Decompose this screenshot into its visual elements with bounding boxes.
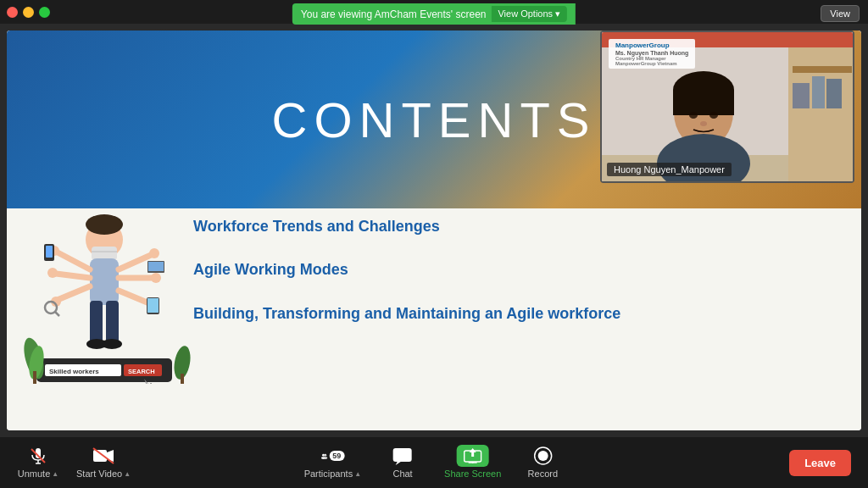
svg-rect-50 <box>673 90 734 115</box>
participants-label: Participants <box>304 469 353 479</box>
plant-left <box>24 333 45 384</box>
unmute-button[interactable]: Unmute ▲ <box>17 446 59 479</box>
mic-icon <box>26 446 50 465</box>
svg-marker-69 <box>470 448 476 457</box>
svg-point-63 <box>324 454 326 457</box>
share-banner-text: You are viewing AmCham Events' screen <box>301 8 487 20</box>
participants-count: 59 <box>329 451 344 461</box>
share-screen-label: Share Screen <box>444 469 501 479</box>
svg-rect-37 <box>33 371 36 384</box>
share-screen-svg <box>464 448 482 463</box>
maximize-btn[interactable] <box>39 7 50 18</box>
svg-rect-45 <box>812 76 825 108</box>
svg-line-15 <box>58 252 90 269</box>
plant-right <box>172 341 193 384</box>
close-btn[interactable] <box>7 7 18 18</box>
svg-rect-30 <box>148 262 164 271</box>
share-screen-icon <box>461 446 485 465</box>
slide-content: Workforce Trends and Challenges Agile Wo… <box>193 217 836 347</box>
bullet-1: Workforce Trends and Challenges <box>193 217 836 236</box>
svg-line-19 <box>56 274 90 278</box>
presenter-name: Ms. Nguyen Thanh Huong <box>615 50 688 56</box>
svg-point-52 <box>689 112 698 119</box>
svg-point-9 <box>86 214 123 235</box>
presenter-company: ManpowerGroup Vietnam <box>615 61 688 66</box>
webcam-overlay: ManpowerGroup Ms. Nguyen Thanh Huong Cou… <box>600 30 854 183</box>
record-icon <box>531 446 554 465</box>
view-options-button[interactable]: View Options ▾ <box>491 6 567 22</box>
toolbar: Unmute ▲ Start Video ▲ <box>0 437 868 488</box>
svg-rect-66 <box>393 448 412 462</box>
share-screen-button[interactable]: Share Screen <box>444 446 501 479</box>
agile-worker-svg: Skilled workers SEARCH <box>32 189 176 384</box>
svg-point-28 <box>151 273 161 283</box>
svg-rect-43 <box>793 66 852 73</box>
webcam-background: ManpowerGroup Ms. Nguyen Thanh Huong Cou… <box>602 32 853 181</box>
svg-point-23 <box>45 302 57 313</box>
chat-svg <box>392 446 413 465</box>
svg-rect-44 <box>793 83 810 108</box>
svg-point-54 <box>700 121 707 126</box>
svg-rect-12 <box>106 301 119 343</box>
share-banner: You are viewing AmCham Events' screen Vi… <box>292 3 576 25</box>
bullet-3: Building, Transforming and Maintaining a… <box>193 304 836 324</box>
unmute-expand[interactable]: ▲ <box>52 470 58 478</box>
participants-svg <box>320 446 327 465</box>
svg-line-25 <box>119 255 151 269</box>
video-camera-svg <box>92 447 114 464</box>
leave-button[interactable]: Leave <box>789 450 851 476</box>
unmute-label: Unmute <box>18 469 51 479</box>
microphone-svg <box>28 446 48 466</box>
view-button[interactable]: View <box>821 5 860 22</box>
minimize-btn[interactable] <box>23 7 34 18</box>
svg-text:SEARCH: SEARCH <box>128 368 155 375</box>
svg-rect-11 <box>90 301 103 343</box>
svg-point-14 <box>102 339 122 349</box>
video-expand[interactable]: ▲ <box>124 470 131 478</box>
svg-point-53 <box>709 112 718 119</box>
share-screen-icon-bg <box>457 445 489 467</box>
video-icon <box>92 446 115 465</box>
svg-rect-10 <box>90 258 119 305</box>
svg-rect-18 <box>46 246 53 258</box>
participants-expand[interactable]: ▲ <box>354 470 361 478</box>
record-button[interactable]: Record <box>521 446 564 479</box>
svg-point-20 <box>47 268 58 278</box>
manpowergroup-logo: ManpowerGroup Ms. Nguyen Thanh Huong Cou… <box>609 39 695 69</box>
illustration: Skilled workers SEARCH <box>24 193 193 430</box>
svg-rect-7 <box>92 247 117 260</box>
bullet-2: Agile Working Modes <box>193 260 836 280</box>
toolbar-right: Leave <box>789 450 851 476</box>
svg-line-21 <box>59 286 90 299</box>
record-svg <box>532 446 553 466</box>
svg-marker-67 <box>396 462 401 465</box>
svg-point-26 <box>149 248 159 258</box>
start-video-button[interactable]: Start Video ▲ <box>76 446 131 479</box>
start-video-label: Start Video <box>76 469 122 479</box>
svg-line-24 <box>55 312 59 316</box>
svg-rect-34 <box>147 298 159 313</box>
svg-point-65 <box>323 457 327 459</box>
svg-point-73 <box>537 451 548 461</box>
svg-rect-46 <box>826 79 842 108</box>
chat-icon <box>391 446 415 465</box>
svg-line-31 <box>119 291 149 303</box>
record-label: Record <box>528 469 558 479</box>
toolbar-center: 59 Participants ▲ Chat <box>304 446 565 479</box>
webcam-name-card: Huong Nguyen_Manpower <box>607 163 732 176</box>
participants-button[interactable]: 59 Participants ▲ <box>304 446 361 479</box>
svg-rect-39 <box>181 374 184 384</box>
chat-button[interactable]: Chat <box>381 446 424 479</box>
svg-text:Skilled workers: Skilled workers <box>49 368 99 375</box>
slide-title: CONTENTS <box>272 92 597 148</box>
chat-label: Chat <box>392 469 412 479</box>
logo-text: ManpowerGroup <box>615 42 688 49</box>
participants-icon: 59 <box>320 446 344 465</box>
toolbar-left: Unmute ▲ Start Video ▲ <box>17 446 131 479</box>
